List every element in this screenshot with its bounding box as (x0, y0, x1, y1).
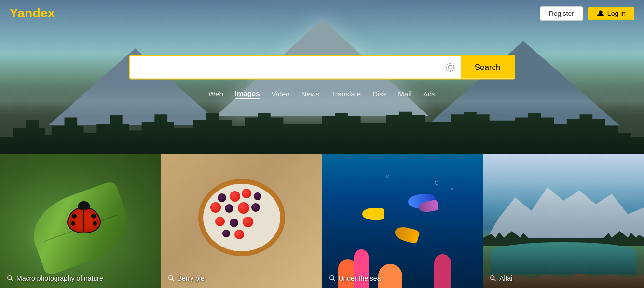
bubble (451, 188, 453, 190)
nav-images[interactable]: Images (235, 88, 260, 99)
berry (215, 217, 225, 226)
svg-point-2 (446, 63, 454, 71)
gallery-item-altai[interactable]: Altai (483, 154, 644, 288)
login-label: Log in (607, 10, 626, 17)
gallery-item-ladybug[interactable]: Macro photography of nature (0, 154, 161, 288)
berry (238, 202, 249, 214)
gallery-grid: Macro photography of nature (0, 154, 644, 288)
ladybug-body (67, 206, 101, 233)
svg-line-12 (333, 279, 335, 281)
search-input[interactable] (130, 56, 439, 79)
ladybug-dot (72, 213, 77, 218)
ladybug-background (0, 154, 161, 288)
sea-background (322, 154, 483, 288)
gallery-caption-sea: Under the sea (329, 274, 381, 282)
nav-web[interactable]: Web (208, 89, 223, 99)
pie-shape (198, 179, 285, 256)
ladybug-shape (67, 206, 101, 233)
caption-text-ladybug: Macro photography of nature (16, 274, 103, 282)
gallery-item-sea[interactable]: Under the sea (322, 154, 483, 288)
coral3 (378, 264, 402, 288)
nav-links: Web Images Video News Translate Disk Mai… (208, 88, 435, 99)
register-button[interactable]: Register (540, 6, 583, 21)
ladybug-head (78, 201, 90, 209)
gallery-item-pie[interactable]: Berry pie (161, 154, 322, 288)
header: Yandex Register Log in (0, 0, 644, 27)
svg-line-8 (11, 279, 13, 281)
logo-text: Yandex (10, 6, 55, 20)
search-area: Search Web Images Video News Translate D… (129, 55, 515, 99)
search-bar: Search (129, 55, 515, 80)
search-button[interactable]: Search (461, 56, 514, 79)
person-icon (597, 10, 604, 17)
coral2 (354, 249, 369, 288)
berry (218, 193, 226, 202)
nav-mail[interactable]: Mail (398, 89, 411, 99)
svg-point-1 (448, 65, 452, 69)
logo: Yandex (10, 6, 55, 21)
svg-line-14 (494, 279, 496, 281)
header-actions: Register Log in (540, 6, 634, 21)
search-caption-icon-sea (329, 275, 336, 282)
camera-icon (445, 62, 455, 73)
camera-search-button[interactable] (439, 56, 461, 79)
svg-line-10 (172, 279, 174, 281)
nav-disk[interactable]: Disk (372, 89, 386, 99)
search-caption-icon-altai (490, 275, 496, 282)
pie-base (198, 179, 285, 256)
caption-text-pie: Berry pie (178, 274, 205, 282)
login-button[interactable]: Log in (588, 7, 634, 20)
search-caption-icon-pie (168, 275, 175, 282)
nav-translate[interactable]: Translate (331, 89, 361, 99)
berry (242, 189, 251, 198)
nav-ads[interactable]: Ads (423, 89, 436, 99)
berry (230, 191, 240, 202)
gallery-caption-pie: Berry pie (168, 274, 205, 282)
gallery-caption-ladybug: Macro photography of nature (7, 274, 103, 282)
altai-background (483, 154, 644, 288)
nav-news[interactable]: News (301, 89, 320, 99)
nav-video[interactable]: Video (272, 89, 290, 99)
fish1 (362, 208, 384, 220)
berry (222, 230, 230, 237)
berry (210, 202, 221, 213)
pie-filling (203, 184, 280, 251)
ladybug-dot (93, 221, 97, 225)
bubble (435, 181, 438, 185)
ladybug-dot (91, 213, 96, 218)
berry (243, 217, 253, 227)
berry (251, 203, 260, 212)
berry (234, 230, 244, 239)
gallery-caption-altai: Altai (490, 274, 512, 282)
berry (254, 192, 261, 200)
altai-lake (491, 242, 636, 274)
bubble (386, 175, 389, 178)
coral4 (434, 254, 451, 288)
ladybug-dot (71, 221, 75, 225)
caption-text-sea: Under the sea (339, 274, 381, 282)
search-caption-icon (7, 275, 14, 282)
pie-background (161, 154, 322, 288)
berry (225, 204, 233, 213)
berry (230, 219, 238, 227)
caption-text-altai: Altai (499, 274, 512, 282)
